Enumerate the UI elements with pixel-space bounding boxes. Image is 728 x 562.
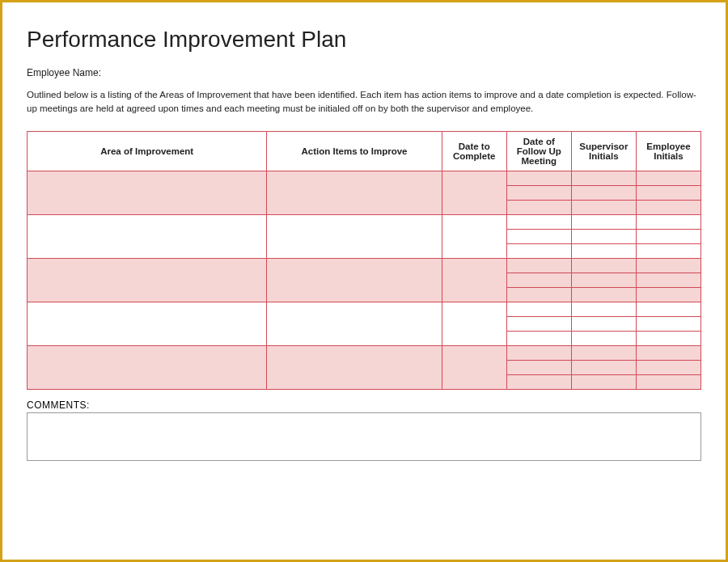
employee-initials-cell [636, 345, 700, 360]
date-follow-cell [506, 345, 571, 360]
supervisor-initials-cell [571, 287, 636, 302]
supervisor-initials-cell [571, 374, 636, 389]
date-follow-cell [506, 200, 571, 214]
description-text: Outlined below is a listing of the Areas… [27, 88, 701, 116]
header-employee-initials: Employee Initials [636, 131, 700, 171]
supervisor-initials-cell [571, 258, 636, 273]
action-cell [267, 171, 442, 214]
area-cell [28, 171, 267, 214]
date-follow-cell [506, 243, 571, 258]
date-follow-cell [506, 229, 571, 243]
date-follow-cell [506, 360, 571, 374]
employee-initials-cell [636, 302, 700, 316]
supervisor-initials-cell [571, 345, 636, 360]
date-follow-cell [506, 273, 571, 287]
date-follow-cell [506, 302, 571, 316]
date-follow-cell [506, 185, 571, 200]
date-follow-cell [506, 374, 571, 389]
employee-initials-cell [636, 171, 700, 185]
supervisor-initials-cell [571, 360, 636, 374]
action-cell [267, 214, 442, 258]
employee-initials-cell [636, 374, 700, 389]
comments-box [27, 412, 701, 461]
date-complete-cell [442, 302, 506, 345]
supervisor-initials-cell [571, 229, 636, 243]
supervisor-initials-cell [571, 171, 636, 185]
page-title: Performance Improvement Plan [27, 27, 701, 53]
header-date-follow: Date of Follow Up Meeting [506, 131, 571, 171]
supervisor-initials-cell [571, 273, 636, 287]
date-complete-cell [442, 214, 506, 258]
employee-initials-cell [636, 316, 700, 331]
header-date-complete: Date to Complete [442, 131, 506, 171]
supervisor-initials-cell [571, 243, 636, 258]
header-supervisor-initials: Supervisor Initials [571, 131, 636, 171]
employee-initials-cell [636, 229, 700, 243]
area-cell [28, 258, 267, 302]
employee-initials-cell [636, 185, 700, 200]
date-follow-cell [506, 171, 571, 185]
table-header-row: Area of Improvement Action Items to Impr… [28, 131, 701, 171]
table-row [28, 171, 701, 185]
area-cell [28, 214, 267, 258]
employee-initials-cell [636, 200, 700, 214]
date-follow-cell [506, 287, 571, 302]
employee-initials-cell [636, 273, 700, 287]
action-cell [267, 345, 442, 389]
table-row [28, 345, 701, 360]
header-area: Area of Improvement [28, 131, 267, 171]
header-action: Action Items to Improve [267, 131, 442, 171]
employee-initials-cell [636, 214, 700, 229]
comments-label: COMMENTS: [27, 399, 701, 411]
table-row [28, 214, 701, 229]
employee-name-label: Employee Name: [27, 67, 701, 78]
action-cell [267, 258, 442, 302]
date-complete-cell [442, 345, 506, 389]
date-follow-cell [506, 331, 571, 345]
supervisor-initials-cell [571, 214, 636, 229]
pip-table: Area of Improvement Action Items to Impr… [27, 131, 701, 390]
area-cell [28, 302, 267, 345]
table-row [28, 258, 701, 273]
supervisor-initials-cell [571, 331, 636, 345]
supervisor-initials-cell [571, 185, 636, 200]
employee-initials-cell [636, 331, 700, 345]
employee-initials-cell [636, 360, 700, 374]
employee-initials-cell [636, 243, 700, 258]
table-row [28, 302, 701, 316]
employee-initials-cell [636, 258, 700, 273]
date-follow-cell [506, 316, 571, 331]
supervisor-initials-cell [571, 302, 636, 316]
action-cell [267, 302, 442, 345]
date-complete-cell [442, 171, 506, 214]
employee-initials-cell [636, 287, 700, 302]
supervisor-initials-cell [571, 200, 636, 214]
date-follow-cell [506, 258, 571, 273]
date-complete-cell [442, 258, 506, 302]
area-cell [28, 345, 267, 389]
supervisor-initials-cell [571, 316, 636, 331]
date-follow-cell [506, 214, 571, 229]
